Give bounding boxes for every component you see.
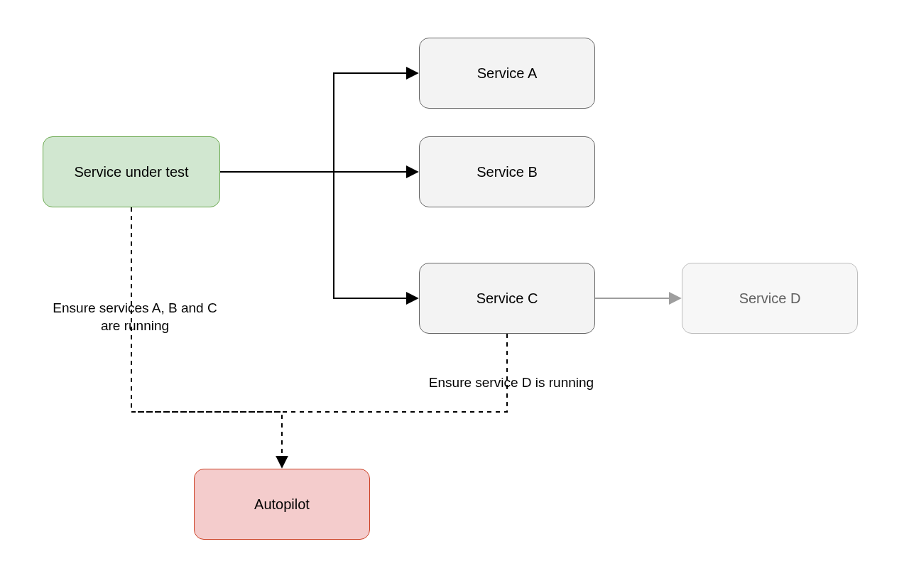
node-label: Service A: [477, 65, 537, 82]
node-label: Service under test: [74, 164, 188, 180]
node-service-under-test: Service under test: [43, 136, 220, 207]
node-service-a: Service A: [419, 38, 595, 109]
edge-sut-to-c: [334, 172, 418, 298]
node-label: Autopilot: [254, 496, 310, 513]
edge-sut-to-a: [334, 73, 418, 172]
node-label: Service B: [477, 164, 538, 180]
edge-label-ensure-abc: Ensure services A, B and C are running: [28, 281, 241, 335]
node-label: Service C: [477, 290, 538, 307]
node-service-d: Service D: [682, 263, 858, 334]
node-label: Service D: [739, 290, 801, 307]
edge-trunk-to-autopilot: [131, 412, 282, 467]
label-text: Ensure service D is running: [429, 375, 594, 390]
edge-label-ensure-d: Ensure service D is running: [398, 355, 625, 391]
diagram-canvas: Service under test Service A Service B S…: [0, 0, 909, 588]
node-autopilot: Autopilot: [194, 469, 370, 540]
node-service-b: Service B: [419, 136, 595, 207]
label-text: Ensure services A, B and C are running: [53, 300, 217, 334]
node-service-c: Service C: [419, 263, 595, 334]
